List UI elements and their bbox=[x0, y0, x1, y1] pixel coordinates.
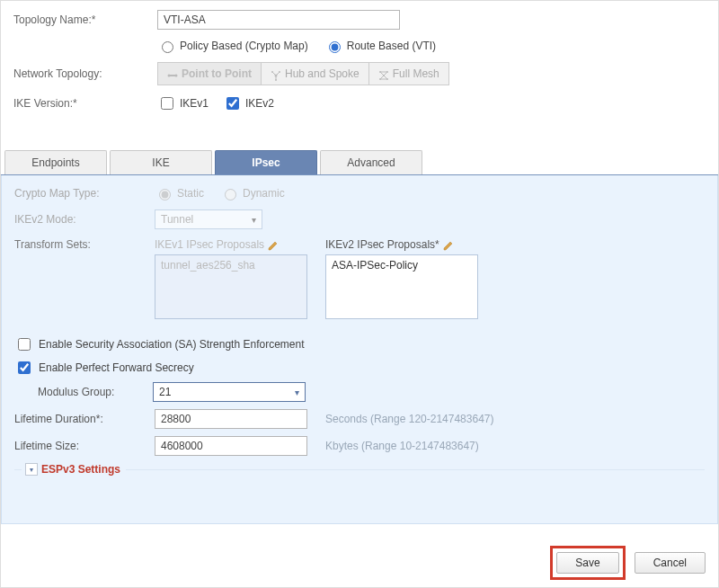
topology-mesh-button[interactable]: Full Mesh bbox=[369, 62, 449, 85]
pencil-icon[interactable] bbox=[268, 238, 279, 251]
dialog-panel: Topology Name:* Policy Based (Crypto Map… bbox=[0, 0, 719, 588]
lifetime-duration-label: Lifetime Duration*: bbox=[14, 413, 155, 425]
lifetime-duration-hint: Seconds (Range 120-2147483647) bbox=[325, 413, 493, 425]
cancel-button[interactable]: Cancel bbox=[635, 552, 706, 574]
ikev1-proposals-label: IKEv1 IPsec Proposals bbox=[155, 238, 307, 251]
espv3-settings-label: ESPv3 Settings bbox=[41, 463, 120, 476]
tab-bar: Endpoints IKE IPsec Advanced bbox=[1, 150, 718, 175]
ikev2-mode-select: Tunnel ▾ bbox=[155, 209, 262, 229]
modulus-group-select[interactable]: 21 ▾ bbox=[153, 382, 306, 402]
transform-sets-label: Transform Sets: bbox=[14, 238, 155, 251]
ikev1-label: IKEv1 bbox=[180, 97, 209, 110]
mesh-label: Full Mesh bbox=[393, 67, 439, 80]
route-based-radio[interactable]: Route Based (VTI) bbox=[324, 39, 436, 53]
topology-name-label: Topology Name:* bbox=[13, 13, 157, 26]
ikev2-label: IKEv2 bbox=[245, 97, 274, 110]
chevron-down-icon: ▾ bbox=[252, 215, 256, 225]
tab-ike[interactable]: IKE bbox=[110, 150, 212, 174]
ikev1-proposals-box: tunnel_aes256_sha bbox=[155, 254, 307, 319]
lifetime-duration-input[interactable] bbox=[155, 409, 307, 429]
p2p-label: Point to Point bbox=[182, 67, 252, 80]
enable-pfs-checkbox[interactable] bbox=[18, 361, 31, 374]
pencil-icon[interactable] bbox=[443, 238, 454, 251]
enable-pfs-label: Enable Perfect Forward Secrecy bbox=[39, 361, 194, 374]
ikev2-checkbox[interactable]: IKEv2 bbox=[223, 94, 274, 112]
lifetime-size-hint: Kbytes (Range 10-2147483647) bbox=[325, 440, 479, 452]
chevron-down-icon: ▾ bbox=[295, 388, 299, 397]
p2p-icon bbox=[167, 68, 178, 79]
hub-icon bbox=[271, 68, 281, 79]
network-topology-label: Network Topology: bbox=[13, 67, 157, 80]
modulus-group-value: 21 bbox=[159, 386, 171, 398]
save-button[interactable]: Save bbox=[556, 552, 618, 574]
tab-ipsec[interactable]: IPsec bbox=[215, 150, 317, 174]
ikev2-mode-label: IKEv2 Mode: bbox=[14, 213, 155, 226]
ikev2-mode-value: Tunnel bbox=[161, 213, 193, 226]
save-highlight-box: Save bbox=[550, 546, 625, 580]
crypto-map-type-label: Crypto Map Type: bbox=[14, 187, 155, 200]
svg-line-7 bbox=[272, 72, 276, 76]
route-based-label: Route Based (VTI) bbox=[347, 40, 436, 52]
crypto-static-radio: Static bbox=[155, 186, 204, 200]
topology-hub-button[interactable]: Hub and Spoke bbox=[262, 62, 369, 85]
chevron-down-icon: ▾ bbox=[30, 466, 33, 474]
ike-version-label: IKE Version:* bbox=[13, 97, 157, 110]
crypto-dynamic-radio: Dynamic bbox=[220, 186, 285, 200]
policy-type-radio-group: Policy Based (Crypto Map) Route Based (V… bbox=[157, 39, 706, 53]
crypto-map-type-group: Static Dynamic bbox=[155, 186, 285, 200]
espv3-collapse-toggle[interactable]: ▾ bbox=[25, 463, 38, 476]
modulus-group-label: Modulus Group: bbox=[38, 386, 153, 398]
lifetime-size-label: Lifetime Size: bbox=[14, 440, 155, 452]
policy-based-label: Policy Based (Crypto Map) bbox=[180, 40, 308, 52]
enable-sa-checkbox[interactable] bbox=[18, 338, 31, 351]
lifetime-size-input[interactable] bbox=[155, 436, 307, 456]
ikev2-proposals-box[interactable]: ASA-IPSec-Policy bbox=[325, 254, 478, 319]
ikev2-proposals-label: IKEv2 IPsec Proposals* bbox=[325, 238, 478, 251]
topology-p2p-button[interactable]: Point to Point bbox=[157, 62, 262, 85]
footer-buttons: Save Cancel bbox=[550, 546, 706, 580]
ikev1-checkbox[interactable]: IKEv1 bbox=[157, 94, 209, 112]
svg-line-8 bbox=[276, 72, 280, 76]
policy-based-radio[interactable]: Policy Based (Crypto Map) bbox=[157, 39, 308, 53]
tab-advanced[interactable]: Advanced bbox=[320, 150, 422, 174]
tab-endpoints[interactable]: Endpoints bbox=[4, 150, 107, 174]
mesh-icon bbox=[378, 68, 389, 79]
svg-point-2 bbox=[175, 74, 178, 76]
ipsec-tab-content: Crypto Map Type: Static Dynamic IKEv2 Mo… bbox=[1, 175, 718, 524]
svg-point-1 bbox=[168, 74, 171, 76]
top-section: Topology Name:* Policy Based (Crypto Map… bbox=[1, 1, 718, 129]
network-topology-buttons: Point to Point Hub and Spoke Full Mesh bbox=[157, 62, 449, 85]
topology-name-input[interactable] bbox=[157, 10, 400, 30]
hub-label: Hub and Spoke bbox=[285, 67, 360, 80]
enable-sa-label: Enable Security Association (SA) Strengt… bbox=[39, 338, 304, 351]
